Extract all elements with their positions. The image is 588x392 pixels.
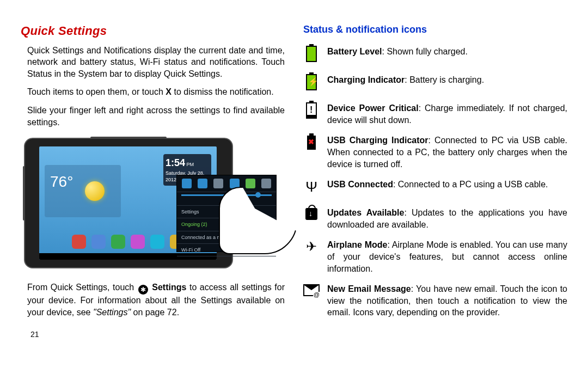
updates-bag-icon — [303, 207, 320, 226]
battery-critical-icon: ! — [303, 102, 320, 122]
bluetooth-toggle-icon — [261, 179, 271, 188]
qs-paragraph-3: Slide your finger left and right across … — [27, 105, 285, 128]
manual-page: Quick Settings Quick Settings and Notifi… — [0, 0, 588, 339]
sound-toggle-icon — [213, 179, 223, 188]
status-icon-row: New Email Message: You have new email. T… — [303, 283, 567, 318]
dock-icon — [150, 235, 164, 249]
qs-paragraph-1: Quick Settings and Notifications display… — [27, 45, 285, 80]
power-toggle-icon — [246, 179, 255, 188]
qs-paragraph-4: From Quick Settings, touch ✱ Settings to… — [27, 281, 285, 318]
icon-text: : Connected to a PC using a USB cable. — [393, 180, 548, 189]
icon-label: USB Connected — [327, 180, 393, 189]
qs-p2-c: to dismiss the notification. — [171, 87, 274, 96]
qs-p2-a: Touch items to open them, or touch — [27, 87, 166, 96]
status-icon-row: Ψ USB Connected: Connected to a PC using… — [303, 179, 567, 198]
status-icon-list: Battery Level: Shown fully charged. Char… — [303, 46, 567, 318]
status-icon-desc: New Email Message: You have new email. T… — [327, 283, 567, 318]
battery-full-icon — [303, 46, 320, 65]
left-column: Quick Settings Quick Settings and Notifi… — [21, 21, 285, 339]
page-number: 21 — [30, 329, 285, 340]
qs-p4-a: From Quick Settings, touch — [27, 283, 137, 292]
icon-text: : Shown fully charged. — [382, 47, 468, 56]
status-icon-desc: USB Connected: Connected to a PC using a… — [327, 179, 567, 191]
right-column: Status & notification icons Battery Leve… — [303, 21, 567, 339]
status-icon-row: USB Charging Indicator: Connected to PC … — [303, 134, 567, 170]
status-icon-desc: Airplane Mode: Airplane Mode is enabled.… — [327, 239, 567, 274]
status-icon-desc: Updates Available: Updates to the applic… — [327, 207, 567, 230]
dock-icon — [131, 235, 145, 249]
usb-icon: Ψ — [303, 179, 320, 198]
icon-label: Battery Level — [327, 47, 382, 56]
qs-p4-ref: "Settings" — [93, 308, 131, 317]
dock-icon — [72, 235, 86, 249]
clock-time: 1:54 — [166, 157, 185, 168]
qs-paragraph-2: Touch items to open them, or touch X to … — [27, 86, 285, 98]
status-icon-desc: USB Charging Indicator: Connected to PC … — [327, 134, 567, 170]
icon-label: New Email Message — [327, 284, 411, 293]
weather-widget — [45, 165, 121, 217]
icon-label: USB Charging Indicator — [327, 136, 428, 145]
gps-toggle-icon — [198, 179, 207, 188]
status-icon-row: Updates Available: Updates to the applic… — [303, 207, 567, 230]
gear-icon: ✱ — [138, 285, 148, 295]
heading-quick-settings: Quick Settings — [21, 23, 285, 39]
status-icon-row: ✈ Airplane Mode: Airplane Mode is enable… — [303, 239, 567, 274]
dock-icon — [91, 235, 106, 249]
airplane-icon: ✈ — [303, 239, 320, 259]
icon-label: Updates Available — [327, 208, 404, 217]
wifi-toggle-icon — [182, 179, 192, 188]
email-icon — [303, 283, 320, 303]
status-icon-row: Charging Indicator: Battery is charging. — [303, 74, 567, 94]
tablet-figure: 1:54 PM Saturday, July 28, 2012 — [24, 138, 253, 274]
icon-label: Charging Indicator — [327, 75, 405, 84]
status-icon-desc: Charging Indicator: Battery is charging. — [327, 74, 567, 86]
battery-charging-icon — [303, 74, 320, 94]
qs-p2-x: X — [166, 87, 171, 96]
dock-icon — [111, 235, 125, 249]
status-icon-desc: Battery Level: Shown fully charged. — [327, 46, 567, 58]
icon-label: Airplane Mode — [327, 240, 388, 249]
qs-p4-e: on page 72. — [131, 308, 179, 317]
battery-usb-x-icon — [303, 134, 320, 154]
qs-p4-settings: Settings — [152, 283, 186, 292]
icon-text: : Battery is charging. — [405, 75, 484, 84]
status-icon-row: Battery Level: Shown fully charged. — [303, 46, 567, 65]
status-icon-desc: Device Power Critical: Charge immediatel… — [327, 102, 567, 126]
heading-status-icons: Status & notification icons — [303, 23, 567, 36]
sun-icon — [85, 181, 105, 201]
status-icon-row: ! Device Power Critical: Charge immediat… — [303, 102, 567, 126]
icon-label: Device Power Critical — [327, 103, 419, 113]
clock-ampm: PM — [187, 162, 194, 167]
qs-toggle-row — [177, 175, 276, 192]
